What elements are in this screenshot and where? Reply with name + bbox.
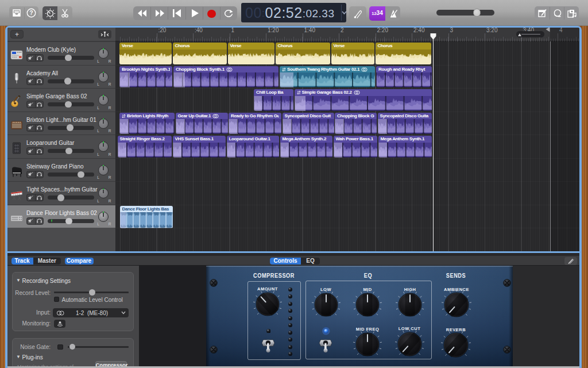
svg-text:?: ? bbox=[29, 10, 33, 16]
